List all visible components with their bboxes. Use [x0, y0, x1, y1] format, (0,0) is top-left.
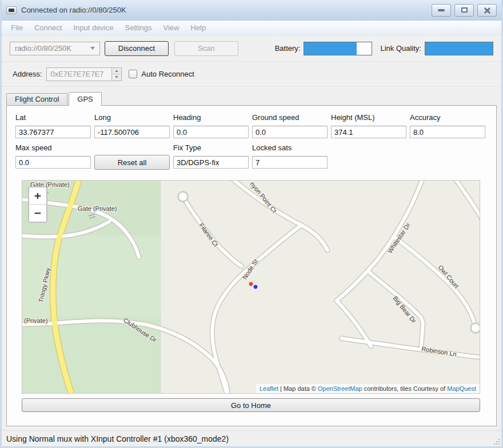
auto-reconnect-checkbox[interactable] — [129, 70, 137, 78]
vehicle-marker — [253, 285, 258, 289]
tab-flight-control[interactable]: Flight Control — [6, 93, 67, 105]
address-label: Address: — [13, 70, 42, 78]
tab-bar: Flight Control GPS — [6, 91, 501, 105]
street-label: Gate (Private) — [78, 205, 117, 212]
fix-type-label: Fix Type — [173, 143, 249, 153]
menu-file[interactable]: File — [5, 21, 29, 34]
map-zoom-control: + − — [28, 186, 47, 223]
height-msl-label: Height (MSL) — [331, 113, 406, 122]
resize-grip[interactable] — [493, 438, 500, 445]
max-speed-label: Max speed — [15, 143, 91, 153]
battery-progress-fill — [304, 42, 357, 55]
auto-reconnect-label: Auto Reconnect — [141, 70, 194, 78]
locked-sats-label: Locked sats — [252, 143, 328, 153]
link-quality-progressbar — [425, 42, 493, 55]
reset-all-button[interactable]: Reset all — [94, 155, 170, 170]
gps-fields-row2: Max speed0.0 Reset all Fix Type3D/DGPS-f… — [15, 143, 496, 170]
mapquest-link[interactable]: MapQuest — [447, 385, 476, 392]
menu-help[interactable]: Help — [185, 21, 211, 34]
map-tiles: Gate (Private) Gate (Private) Trilogy Pk… — [22, 181, 480, 393]
disconnect-button[interactable]: Disconnect — [105, 41, 169, 56]
maximize-button[interactable] — [454, 4, 474, 17]
home-marker — [249, 282, 253, 286]
lat-field[interactable]: 33.767377 — [15, 126, 91, 138]
close-button[interactable] — [477, 4, 497, 17]
ground-speed-field[interactable]: 0.0 — [252, 126, 328, 138]
maximize-icon — [461, 7, 468, 13]
accuracy-field[interactable]: 8.0 — [410, 126, 485, 138]
spin-up-icon — [115, 70, 118, 72]
address-field[interactable]: 0xE7E7E7E7E7 — [46, 67, 122, 81]
lat-label: Lat — [15, 113, 91, 122]
connection-combobox[interactable]: radio://0/80/250K — [10, 42, 100, 55]
app-icon — [6, 6, 17, 14]
long-field[interactable]: -117.500706 — [94, 126, 170, 138]
tab-gps[interactable]: GPS — [69, 92, 101, 106]
leaflet-link[interactable]: Leaflet — [260, 385, 278, 392]
connection-combobox-value: radio://0/80/250K — [15, 44, 71, 53]
minimize-icon — [438, 9, 445, 11]
title-bar: Connected on radio://0/80/250K — [2, 0, 501, 21]
battery-progressbar — [304, 42, 372, 55]
address-row: Address: 0xE7E7E7E7E7 Auto Reconnect — [2, 62, 501, 87]
address-spin-up[interactable] — [112, 68, 121, 75]
heading-label: Heading — [173, 113, 249, 122]
map-canvas[interactable]: Gate (Private) Gate (Private) Trilogy Pk… — [22, 180, 480, 394]
locked-sats-field[interactable]: 7 — [252, 156, 328, 169]
street-label: (Private) — [24, 317, 48, 324]
ground-speed-label: Ground speed — [252, 113, 328, 122]
zoom-out-button[interactable]: − — [29, 205, 46, 222]
openstreetmap-link[interactable]: OpenStreetMap — [318, 385, 362, 392]
height-msl-field[interactable]: 374.1 — [331, 126, 406, 138]
map-attribution: Leaflet | Map data © OpenStreetMap contr… — [256, 384, 480, 393]
menu-view[interactable]: View — [157, 21, 185, 34]
address-spin-down[interactable] — [112, 74, 121, 81]
chevron-down-icon — [90, 47, 95, 50]
address-value: 0xE7E7E7E7E7 — [50, 70, 103, 78]
go-to-home-button[interactable]: Go to Home — [22, 398, 480, 412]
link-quality-progress-fill — [425, 42, 493, 55]
connection-toolbar: radio://0/80/250K Disconnect Scan Batter… — [2, 35, 501, 62]
minimize-button[interactable] — [432, 4, 451, 17]
link-quality-label: Link Quality: — [380, 44, 421, 53]
heading-field[interactable]: 0.0 — [173, 126, 249, 138]
gps-tab-panel: Lat33.767377 Long-117.500706 Heading0.0 … — [6, 105, 497, 426]
menu-bar: File Connect Input device Settings View … — [2, 21, 501, 35]
battery-label: Battery: — [275, 44, 301, 53]
menu-connect[interactable]: Connect — [29, 21, 67, 34]
fix-type-field[interactable]: 3D/DGPS-fix — [173, 156, 249, 169]
max-speed-field[interactable]: 0.0 — [15, 156, 91, 169]
spin-down-icon — [115, 76, 118, 78]
accuracy-label: Accuracy — [410, 113, 485, 122]
gps-fields-row1: Lat33.767377 Long-117.500706 Heading0.0 … — [15, 113, 496, 138]
status-bar: Using Normal mux with XInput Controller … — [2, 430, 501, 446]
window-title: Connected on radio://0/80/250K — [21, 6, 126, 14]
status-text: Using Normal mux with XInput Controller … — [6, 434, 229, 443]
long-label: Long — [94, 113, 170, 122]
zoom-in-button[interactable]: + — [29, 187, 46, 205]
close-icon — [484, 7, 490, 14]
app-window: Connected on radio://0/80/250K File Conn… — [0, 0, 503, 448]
menu-input-device[interactable]: Input device — [67, 21, 119, 34]
menu-settings[interactable]: Settings — [119, 21, 157, 34]
scan-button[interactable]: Scan — [174, 41, 238, 56]
